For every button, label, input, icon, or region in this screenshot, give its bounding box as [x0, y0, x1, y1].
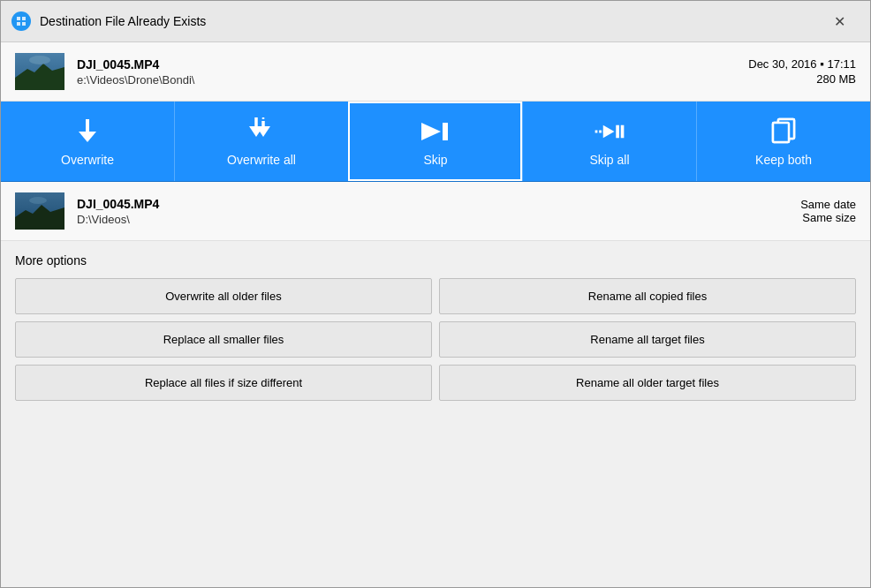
source-file-date: Dec 30, 2016 ▪ 17:11 — [748, 57, 856, 71]
keep-both-icon — [766, 116, 801, 147]
rename-older-target-button[interactable]: Rename all older target files — [439, 365, 856, 401]
svg-marker-4 — [79, 132, 96, 142]
options-grid: Overwrite all older files Rename all cop… — [15, 278, 856, 401]
dialog-title: Destination File Already Exists — [40, 14, 819, 28]
source-file-name: DJI_0045.MP4 — [77, 57, 748, 72]
svg-rect-11 — [443, 123, 448, 140]
svg-rect-20 — [773, 123, 789, 142]
source-file-path: e:\Videos\Drone\Bondi\ — [77, 73, 748, 87]
more-options-label: More options — [15, 253, 856, 268]
source-file-meta: Dec 30, 2016 ▪ 17:11 280 MB — [748, 57, 856, 86]
more-options-section: More options Overwrite all older files R… — [1, 241, 870, 587]
svg-rect-15 — [621, 125, 625, 139]
svg-rect-14 — [616, 125, 619, 139]
skip-all-label: Skip all — [589, 153, 629, 167]
svg-point-24 — [29, 197, 47, 204]
source-file-row: DJI_0045.MP4 e:\Videos\Drone\Bondi\ Dec … — [1, 42, 870, 102]
overwrite-all-icon — [244, 116, 279, 147]
svg-marker-13 — [603, 125, 615, 139]
dest-file-name: DJI_0045.MP4 — [77, 197, 800, 211]
overwrite-button[interactable]: Overwrite — [1, 102, 174, 181]
overwrite-icon — [70, 116, 105, 147]
skip-label: Skip — [423, 153, 447, 167]
dest-size-label: Same size — [800, 211, 856, 224]
dest-file-info: DJI_0045.MP4 D:\Videos\ — [77, 197, 800, 226]
dest-date-label: Same date — [800, 198, 856, 211]
skip-button[interactable]: Skip — [348, 102, 522, 181]
dest-file-row: DJI_0045.MP4 D:\Videos\ Same date Same s… — [1, 182, 870, 241]
overwrite-label: Overwrite — [61, 153, 114, 167]
source-file-size: 280 MB — [748, 72, 856, 86]
action-bar: Overwrite Overwrite all — [1, 102, 870, 182]
close-button[interactable]: ✕ — [819, 8, 860, 34]
skip-icon — [418, 116, 453, 147]
dest-thumbnail — [15, 192, 64, 230]
rename-copied-button[interactable]: Rename all copied files — [439, 278, 856, 314]
dest-file-path: D:\Videos\ — [77, 213, 800, 226]
app-icon — [11, 11, 31, 31]
title-bar: Destination File Already Exists ✕ — [1, 1, 870, 42]
dialog-window: Destination File Already Exists ✕ DJI_00… — [0, 0, 871, 588]
dest-file-meta: Same date Same size — [800, 198, 856, 224]
source-file-info: DJI_0045.MP4 e:\Videos\Drone\Bondi\ — [77, 57, 748, 87]
keep-both-label: Keep both — [755, 153, 812, 167]
svg-marker-10 — [421, 123, 441, 140]
svg-point-2 — [29, 56, 50, 64]
rename-target-button[interactable]: Rename all target files — [439, 321, 856, 358]
skip-all-icon — [592, 116, 627, 147]
keep-both-button[interactable]: Keep both — [696, 102, 870, 181]
replace-size-diff-button[interactable]: Replace all files if size different — [15, 365, 432, 401]
overwrite-older-button[interactable]: Overwrite all older files — [15, 278, 432, 314]
source-thumbnail — [15, 53, 64, 90]
overwrite-all-label: Overwrite all — [227, 153, 296, 167]
overwrite-all-button[interactable]: Overwrite all — [174, 102, 348, 181]
skip-all-button[interactable]: Skip all — [522, 102, 696, 181]
replace-smaller-button[interactable]: Replace all smaller files — [15, 321, 432, 358]
